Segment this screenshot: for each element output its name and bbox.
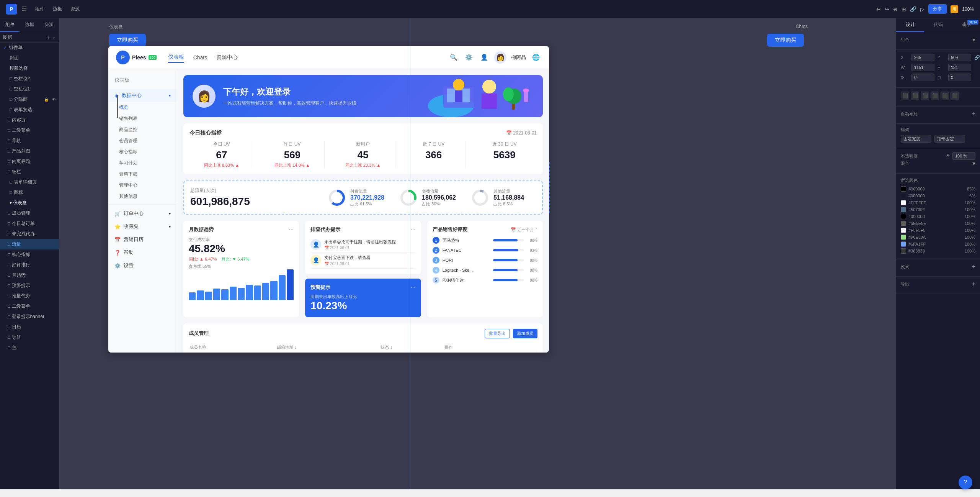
- settings-icon[interactable]: ⚙️: [464, 52, 474, 63]
- layer-item-erjicaidan2[interactable]: □ 二级菜单: [0, 301, 59, 312]
- rp-effects-add-button[interactable]: +: [972, 263, 975, 270]
- sidebar-overview[interactable]: 概览: [108, 102, 177, 113]
- layer-item-neirong[interactable]: □ 内容页: [0, 115, 59, 125]
- rp-rotation-input[interactable]: [911, 74, 934, 81]
- grid-icon[interactable]: ⊞: [902, 6, 906, 12]
- globe-icon[interactable]: 🌐: [531, 52, 541, 63]
- layer-item-daogui2[interactable]: □ 导轨: [0, 332, 59, 343]
- layer-item-jinrizongdd[interactable]: □ 今日总订单: [0, 218, 59, 229]
- zoom-icon[interactable]: ⊕: [893, 6, 898, 12]
- layer-item-liuliang[interactable]: □ 流量: [0, 239, 59, 249]
- layer-item-konglw2[interactable]: □ 空栏位2: [0, 74, 59, 84]
- layer-item-xilan[interactable]: □ 细栏: [0, 167, 59, 177]
- align-top-button[interactable]: ⬛: [931, 92, 939, 100]
- auto-layout-add-button[interactable]: +: [972, 110, 975, 117]
- rp-export-add-button[interactable]: +: [972, 280, 975, 287]
- color-swatch-5[interactable]: [901, 214, 906, 219]
- add-layer-button[interactable]: +: [47, 34, 51, 41]
- rp-frame-width-input[interactable]: [901, 135, 931, 143]
- user-avatar[interactable]: 👩: [494, 51, 506, 64]
- layer-item-yibiaopan[interactable]: ▾ 仪表盘: [0, 198, 59, 208]
- align-center-v-button[interactable]: ⬛: [941, 92, 949, 100]
- left-tab-components[interactable]: 组件: [0, 18, 20, 32]
- rp-h-input[interactable]: [948, 64, 971, 71]
- sidebar-settings[interactable]: ⚙️ 设置: [108, 259, 177, 272]
- color-swatch-10[interactable]: [901, 248, 906, 254]
- toolbar-tab-resources[interactable]: 资源: [67, 4, 83, 14]
- export-button[interactable]: 批量导出: [485, 329, 510, 338]
- rp-w-input[interactable]: [911, 64, 934, 71]
- layer-item-fengmian[interactable]: 封面: [0, 53, 59, 63]
- alert-more-icon[interactable]: ···: [410, 284, 415, 291]
- sidebar-favorites[interactable]: ⭐ 收藏夹 ▾: [108, 220, 177, 233]
- sidebar-help[interactable]: ❓ 帮助: [108, 246, 177, 259]
- left-tab-border[interactable]: 边框: [20, 18, 39, 32]
- nav-item-chats[interactable]: Chats: [193, 53, 207, 62]
- layer-expand-icon[interactable]: ⌄: [52, 34, 56, 40]
- undo-icon[interactable]: ↩: [876, 6, 881, 12]
- layer-item-moban[interactable]: 模版选择: [0, 63, 59, 74]
- rp-eye-icon[interactable]: 👁: [946, 153, 950, 159]
- sidebar-studyplan[interactable]: 学习计划: [108, 157, 177, 169]
- color-swatch-8[interactable]: [901, 235, 906, 240]
- layer-item-daogui[interactable]: □ 导轨: [0, 136, 59, 146]
- sidebar-datadownload[interactable]: 资料下载: [108, 169, 177, 180]
- layer-item-dengluban[interactable]: □ 登录提示banner: [0, 312, 59, 322]
- layer-item-konglw1[interactable]: □ 空栏位1: [0, 84, 59, 94]
- nav-item-dashboard[interactable]: 仪表板: [168, 52, 184, 63]
- toolbar-menu-icon[interactable]: ☰: [21, 5, 27, 13]
- align-bottom-button[interactable]: ⬛: [951, 92, 959, 100]
- add-member-button[interactable]: 添加成员: [513, 329, 537, 338]
- layer-item-tubiao[interactable]: □ 图标: [0, 187, 59, 198]
- toolbar-tab-components[interactable]: 组件: [31, 4, 48, 14]
- redo-icon[interactable]: ↪: [885, 6, 889, 12]
- rp-link-icon[interactable]: 🔗: [974, 55, 980, 60]
- rp-opacity-input[interactable]: [952, 152, 975, 160]
- dispatch-more-icon[interactable]: ···: [410, 226, 415, 233]
- color-swatch-7[interactable]: [901, 228, 906, 233]
- preview-icon[interactable]: ▷: [920, 6, 924, 12]
- color-swatch-1[interactable]: [901, 186, 906, 192]
- sidebar-ordercenter[interactable]: 🛒 订单中心 ▾: [108, 207, 177, 220]
- notification-icon[interactable]: 👤: [479, 52, 490, 63]
- layer-item-chengyuanguanli[interactable]: □ 成员管理: [0, 208, 59, 218]
- search-icon[interactable]: 🔍: [448, 52, 459, 63]
- color-swatch-6[interactable]: [901, 221, 906, 226]
- sidebar-datacenter-item[interactable]: ◈ 数据中心 ▾: [108, 89, 177, 102]
- toolbar-tab-border[interactable]: 边框: [49, 4, 66, 14]
- sidebar-marketingcal[interactable]: 📅 营销日历: [108, 233, 177, 246]
- layer-item-biaodanfx[interactable]: □ 表单复选: [0, 105, 59, 115]
- align-center-h-button[interactable]: ⬛: [911, 92, 919, 100]
- color-swatch-2[interactable]: [901, 193, 906, 198]
- right-tab-code[interactable]: 代码: [924, 18, 952, 32]
- sidebar-coremetrics[interactable]: 核心指标: [108, 146, 177, 157]
- sidebar-saleslist[interactable]: 销售列表: [108, 113, 177, 124]
- align-left-button[interactable]: ⬛: [901, 92, 909, 100]
- layer-item-fenfenm[interactable]: □ 分隔面 🔒 👁: [0, 94, 59, 105]
- layer-item-weiwanchengdb[interactable]: □ 未完成代办: [0, 229, 59, 239]
- layer-item-haopingpaihang[interactable]: □ 好评排行: [0, 260, 59, 270]
- sidebar-otherinfo[interactable]: 其他信息: [108, 191, 177, 202]
- rp-blend-chevron[interactable]: ▾: [972, 160, 975, 167]
- link-icon[interactable]: 🔗: [910, 6, 916, 12]
- right-tab-demo[interactable]: 演示 BETA: [952, 18, 980, 32]
- rp-x-input[interactable]: [911, 54, 934, 61]
- sidebar-membermgmt[interactable]: 会员管理: [108, 135, 177, 146]
- right-tab-design[interactable]: 设计: [896, 18, 924, 32]
- nav-item-resources[interactable]: 资源中心: [216, 52, 238, 62]
- sidebar-mgmtcenter[interactable]: 管理中心: [108, 180, 177, 191]
- rp-combo-chevron[interactable]: ▾: [972, 36, 975, 43]
- layer-item-tuiliangdaiban[interactable]: □ 推量代办: [0, 291, 59, 301]
- color-swatch-3[interactable]: [901, 200, 906, 205]
- layer-item-zhu[interactable]: □ 主: [0, 343, 59, 353]
- left-scrollbar[interactable]: [117, 95, 118, 118]
- layer-item-rili[interactable]: □ 日历: [0, 322, 59, 332]
- align-right-button[interactable]: ⬛: [921, 92, 929, 100]
- sidebar-productmonitor[interactable]: 商品监控: [108, 124, 177, 135]
- layer-item-hexinzhibiao[interactable]: □ 核心指标: [0, 249, 59, 260]
- left-buy-button[interactable]: 立即购买: [109, 34, 146, 47]
- rp-frame-height-input[interactable]: [934, 135, 965, 143]
- color-swatch-4[interactable]: [901, 207, 906, 212]
- layer-item-biaodanxiangxi[interactable]: □ 表单详细页: [0, 177, 59, 187]
- layer-item-zujiandan[interactable]: ✓ 组件单: [0, 43, 59, 53]
